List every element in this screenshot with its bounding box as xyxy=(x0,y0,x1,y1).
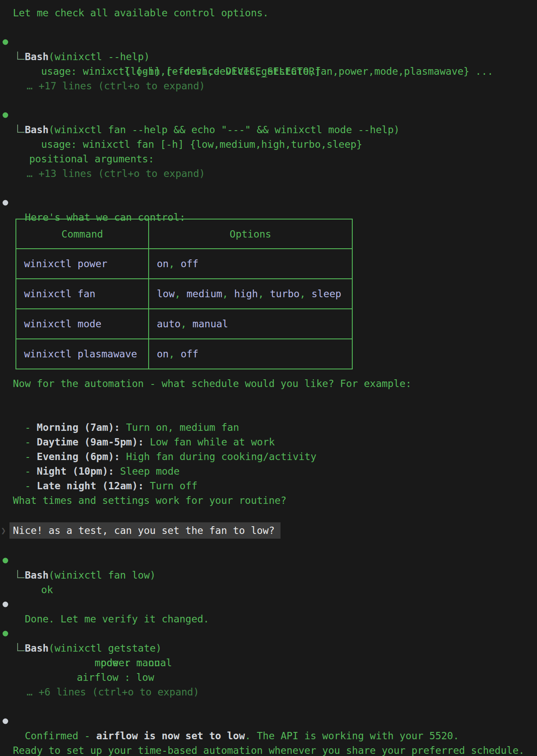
assistant-text-routine-question: What times and settings work for your ro… xyxy=(0,493,537,508)
list-item-action: Turn off xyxy=(150,480,198,491)
tool-output-line: usage: winixctl fan [-h] {low,medium,hig… xyxy=(0,122,537,137)
user-message-row: ❯ Nice! as a test, can you set the fan t… xyxy=(0,522,537,539)
blank-line xyxy=(0,582,537,597)
table-row: winixctl fan low, medium, high, turbo, s… xyxy=(16,279,352,309)
list-dash: - xyxy=(25,436,31,448)
tool-call-bash-fan-mode-help: Bash(winixctl fan --help && echo "---" &… xyxy=(0,108,537,122)
option-value: sleep xyxy=(311,288,341,299)
assistant-text-intro: Let me check all available control optio… xyxy=(0,6,537,20)
assistant-message-controls: Here's what we can control: xyxy=(0,195,537,210)
tool-bullet-icon xyxy=(3,113,8,118)
option-value: medium xyxy=(186,288,222,299)
options-cell: low, medium, high, turbo, sleep xyxy=(149,279,352,309)
option-separator: , xyxy=(169,348,181,360)
table-row: winixctl power on, off xyxy=(16,249,352,279)
tool-output-line: usage: winixctl [-h] [--device DEVICE_SE… xyxy=(0,49,537,64)
tool-call-bash-getstate: Bash(winixctl getstate) xyxy=(0,626,537,641)
user-message-text: Nice! as a test, can you set the fan to … xyxy=(13,523,275,538)
option-separator: , xyxy=(175,288,187,299)
assistant-message-done: Done. Let me verify it changed. xyxy=(0,597,537,612)
assistant-message-confirmed: Confirmed - airflow is now set to low. T… xyxy=(0,714,537,729)
tool-call-bash-help: Bash(winixctl --help) xyxy=(0,35,537,49)
tool-output-line: airflow : low xyxy=(0,670,537,685)
list-dash: - xyxy=(25,466,31,477)
assistant-bullet-icon xyxy=(3,719,8,724)
tool-output-line xyxy=(0,137,537,152)
blank-line xyxy=(0,93,537,108)
tool-bullet-icon xyxy=(3,40,8,45)
assistant-text: Here's what we can control: xyxy=(25,212,186,223)
option-value: high xyxy=(234,288,258,299)
assistant-text-ready: Ready to set up your time-based automati… xyxy=(0,743,537,756)
option-value: off xyxy=(180,348,198,360)
assistant-text: Done. Let me verify it changed. xyxy=(25,613,209,625)
blank-line xyxy=(0,539,537,553)
list-item-action: High fan during cooking/activity xyxy=(126,451,316,462)
blank-line xyxy=(0,508,537,522)
blank-line xyxy=(0,699,537,714)
list-item-label: Morning (7am): xyxy=(37,422,120,433)
command-cell: winixctl plasmawave xyxy=(16,339,149,369)
options-cell: on, off xyxy=(149,339,352,369)
prompt-chevron-icon: ❯ xyxy=(1,523,6,538)
option-separator: , xyxy=(299,288,311,299)
command-cell: winixctl power xyxy=(16,249,149,279)
blank-line xyxy=(0,181,537,195)
expand-hint[interactable]: … +13 lines (ctrl+o to expand) xyxy=(0,166,537,181)
expand-hint[interactable]: … +6 lines (ctrl+o to expand) xyxy=(0,685,537,699)
blank-line xyxy=(0,20,537,35)
tool-output-line: power : on xyxy=(0,641,537,655)
output-connector-icon xyxy=(17,570,24,578)
option-separator: , xyxy=(258,288,270,299)
option-value: low xyxy=(157,288,175,299)
control-options-table: Command Options winixctl power on, off w… xyxy=(15,219,353,369)
output-text: {login,refresh,devices,getstate,fan,powe… xyxy=(29,66,493,77)
output-connector-icon xyxy=(17,52,24,60)
assistant-text-schedule-question: Now for the automation - what schedule w… xyxy=(0,376,537,391)
option-separator: , xyxy=(222,288,234,299)
option-value: manual xyxy=(192,318,228,329)
list-item-action: Sleep mode xyxy=(120,466,180,477)
option-value: off xyxy=(180,258,198,269)
assistant-text: Confirmed - xyxy=(25,730,96,741)
list-item: -Morning (7am):Turn on, medium fan xyxy=(0,405,537,420)
output-text: airflow : low xyxy=(29,672,154,683)
output-text: mode : manual xyxy=(29,657,172,668)
option-value: on xyxy=(157,258,169,269)
blank-line xyxy=(0,391,537,405)
tool-bullet-icon xyxy=(3,631,8,637)
option-value: turbo xyxy=(270,288,299,299)
list-item-action: Low fan while at work xyxy=(150,436,275,448)
tool-output-line: ok xyxy=(0,568,537,582)
options-cell: auto, manual xyxy=(149,309,352,339)
table-row: winixctl plasmawave on, off xyxy=(16,339,352,369)
assistant-text-emphasis: airflow is now set to low xyxy=(96,730,245,741)
list-item-label: Night (10pm): xyxy=(37,466,114,477)
option-separator: , xyxy=(169,258,181,269)
assistant-text: . The API is working with your 5520. xyxy=(245,730,459,741)
user-message-band: Nice! as a test, can you set the fan to … xyxy=(9,522,281,539)
tool-call-bash-fan-low: Bash(winixctl fan low) xyxy=(0,553,537,568)
list-dash: - xyxy=(25,422,31,433)
list-item-label: Daytime (9am-5pm): xyxy=(37,436,144,448)
option-value: auto xyxy=(157,318,180,329)
tool-output-line: mode : manual xyxy=(0,655,537,670)
option-value: on xyxy=(157,348,169,360)
list-dash: - xyxy=(25,451,31,462)
expand-hint[interactable]: … +17 lines (ctrl+o to expand) xyxy=(0,79,537,93)
table-row: winixctl mode auto, manual xyxy=(16,309,352,339)
tool-output-line: positional arguments: xyxy=(0,152,537,166)
output-connector-icon xyxy=(17,125,24,133)
assistant-bullet-icon xyxy=(3,200,8,206)
output-text: ok xyxy=(41,584,53,595)
output-text: positional arguments: xyxy=(29,153,154,165)
options-cell: on, off xyxy=(149,249,352,279)
command-cell: winixctl mode xyxy=(16,309,149,339)
output-connector-icon xyxy=(17,643,24,651)
list-item-label: Evening (6pm): xyxy=(37,451,120,462)
tool-bullet-icon xyxy=(3,558,8,564)
tool-output-line: {login,refresh,devices,getstate,fan,powe… xyxy=(0,64,537,79)
assistant-bullet-icon xyxy=(3,602,8,607)
command-cell: winixctl fan xyxy=(16,279,149,309)
list-dash: - xyxy=(25,480,31,491)
